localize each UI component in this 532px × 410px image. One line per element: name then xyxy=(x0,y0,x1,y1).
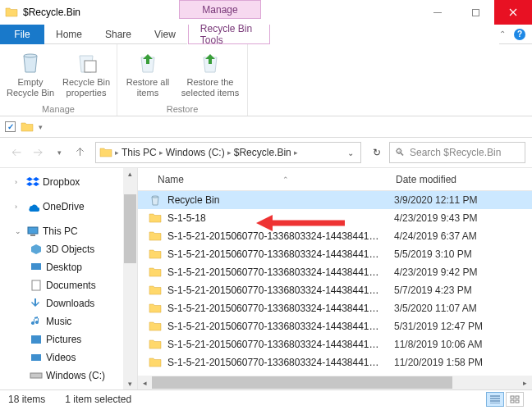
file-date: 4/24/2019 6:37 AM xyxy=(394,230,477,242)
file-row[interactable]: S-1-5-21-2015060770-1336803324-14438441…… xyxy=(138,281,532,299)
file-date: 4/23/2019 9:42 PM xyxy=(394,266,477,278)
recycle-bin-icon xyxy=(148,194,163,207)
search-input[interactable] xyxy=(410,147,520,158)
address-dropdown-icon[interactable]: ⌄ xyxy=(344,148,357,157)
file-row[interactable]: Recycle Bin3/9/2020 12:11 PM xyxy=(138,191,532,209)
scroll-down-icon[interactable]: ▾ xyxy=(128,378,132,390)
navtree-music[interactable]: Music xyxy=(5,312,137,330)
svg-rect-4 xyxy=(31,263,41,270)
scroll-right-icon[interactable]: ▸ xyxy=(518,379,532,387)
view-details-button[interactable] xyxy=(486,392,504,407)
navtree-dropbox[interactable]: ›Dropbox xyxy=(5,173,137,191)
this-pc-icon xyxy=(26,225,39,238)
navtree-3d-objects[interactable]: 3D Objects xyxy=(5,240,137,258)
file-date: 5/31/2019 12:47 PM xyxy=(394,321,483,332)
breadcrumb-this-pc[interactable]: This PC xyxy=(122,147,157,158)
navtree-this-pc[interactable]: ⌄This PC xyxy=(5,222,137,240)
breadcrumb-separator[interactable]: ▸ xyxy=(112,148,122,157)
recycle-bin-properties-button[interactable]: Recycle Bin properties xyxy=(61,48,112,103)
folder-icon xyxy=(5,6,18,19)
file-row[interactable]: S-1-5-21-2015060770-1336803324-14438441…… xyxy=(138,317,532,335)
scrollbar-thumb[interactable] xyxy=(124,194,136,263)
navtree-desktop[interactable]: Desktop xyxy=(5,258,137,276)
history-dropdown[interactable]: ▾ xyxy=(49,143,69,162)
folder-icon xyxy=(148,212,163,225)
quick-access-toolbar: ✓ ▾ xyxy=(0,116,532,138)
horizontal-scrollbar[interactable]: ◂ ▸ xyxy=(138,376,532,390)
svg-rect-2 xyxy=(28,227,38,234)
refresh-button[interactable]: ↻ xyxy=(366,142,388,163)
navigation-bar: 🡠 🡢 ▾ 🡡 ▸ This PC ▸ Windows (C:) ▸ $Recy… xyxy=(0,138,532,167)
folder-icon xyxy=(148,320,163,333)
breadcrumb-separator[interactable]: ▸ xyxy=(225,148,234,157)
svg-point-9 xyxy=(152,196,158,198)
select-toggle-checkbox[interactable]: ✓ xyxy=(5,121,16,132)
tab-share[interactable]: Share xyxy=(94,25,143,44)
navtree-onedrive[interactable]: ›OneDrive xyxy=(5,198,137,216)
downloads-icon xyxy=(30,297,43,310)
tab-view[interactable]: View xyxy=(143,25,187,44)
file-list[interactable]: Recycle Bin3/9/2020 12:11 PMS-1-5-184/23… xyxy=(138,191,532,376)
address-bar[interactable]: ▸ This PC ▸ Windows (C:) ▸ $Recycle.Bin … xyxy=(95,142,361,163)
folder-icon xyxy=(148,248,163,261)
qat-overflow-icon[interactable]: ▾ xyxy=(39,123,43,131)
maximize-button[interactable] xyxy=(456,0,494,25)
help-icon[interactable]: ? xyxy=(514,29,525,40)
breadcrumb-separator[interactable]: ▸ xyxy=(157,148,166,157)
file-row[interactable]: S-1-5-21-2015060770-1336803324-14438441…… xyxy=(138,263,532,281)
folder-icon xyxy=(148,302,163,315)
sort-indicator-icon: ⌃ xyxy=(282,175,289,184)
back-button[interactable]: 🡠 xyxy=(7,143,26,162)
folder-icon xyxy=(148,266,163,279)
navtree-pictures[interactable]: Pictures xyxy=(5,330,137,348)
tab-home[interactable]: Home xyxy=(44,25,94,44)
navtree-downloads[interactable]: Downloads xyxy=(5,294,137,312)
file-date: 5/7/2019 4:23 PM xyxy=(394,285,472,296)
file-row[interactable]: S-1-5-21-2015060770-1336803324-14438441…… xyxy=(138,353,532,371)
contextual-tab-manage[interactable]: Manage xyxy=(179,0,261,19)
window-title: $Recycle.Bin xyxy=(23,7,80,18)
documents-icon xyxy=(30,279,43,292)
navtree-documents[interactable]: Documents xyxy=(5,276,137,294)
navigation-pane: ›Dropbox ›OneDrive ⌄This PC 3D Objects D… xyxy=(0,168,138,390)
file-row[interactable]: S-1-5-21-2015060770-1336803324-14438441…… xyxy=(138,335,532,353)
navtree-windows-c[interactable]: Windows (C:) xyxy=(5,367,137,385)
file-row[interactable]: S-1-5-184/23/2019 9:43 PM xyxy=(138,209,532,227)
search-box[interactable]: 🔍︎ xyxy=(389,142,525,163)
navpane-scrollbar[interactable]: ▴ ▾ xyxy=(123,168,137,390)
file-row[interactable]: S-1-5-21-2015060770-1336803324-14438441…… xyxy=(138,245,532,263)
view-large-icons-button[interactable] xyxy=(506,392,524,407)
close-button[interactable] xyxy=(494,0,532,25)
column-header-name[interactable]: Name⌃ xyxy=(158,174,396,185)
file-list-pane: Name⌃ Date modified Recycle Bin3/9/2020 … xyxy=(138,168,532,390)
svg-rect-6 xyxy=(31,335,41,344)
restore-all-items-button[interactable]: Restore all items xyxy=(122,48,173,103)
tabstrip: File Home Share View Recycle Bin Tools ⌃… xyxy=(0,25,532,44)
file-row[interactable]: S-1-5-21-2015060770-1336803324-14438441…… xyxy=(138,227,532,245)
tab-file[interactable]: File xyxy=(0,25,44,44)
breadcrumb-drive[interactable]: Windows (C:) xyxy=(166,147,225,158)
svg-rect-3 xyxy=(30,235,35,236)
minimize-button[interactable] xyxy=(419,0,456,25)
recycle-bin-properties-icon xyxy=(73,49,99,75)
up-button[interactable]: 🡡 xyxy=(71,143,90,162)
folder-icon xyxy=(21,121,34,134)
svg-rect-8 xyxy=(30,373,42,378)
file-name: S-1-5-21-2015060770-1336803324-14438441… xyxy=(167,230,394,242)
breadcrumb-separator[interactable]: ▸ xyxy=(291,148,300,157)
column-header-date[interactable]: Date modified xyxy=(396,174,532,185)
file-row[interactable]: S-1-5-21-2015060770-1336803324-14438441…… xyxy=(138,299,532,317)
svg-rect-10 xyxy=(511,396,514,399)
collapse-ribbon-icon[interactable]: ⌃ xyxy=(499,30,506,39)
file-name: S-1-5-21-2015060770-1336803324-14438441… xyxy=(167,321,394,332)
forward-button[interactable]: 🡢 xyxy=(28,143,48,162)
tab-recycle-bin-tools[interactable]: Recycle Bin Tools xyxy=(188,25,270,44)
status-item-count: 18 items xyxy=(8,394,45,405)
navtree-videos[interactable]: Videos xyxy=(5,348,137,367)
scrollbar-thumb[interactable] xyxy=(152,376,452,389)
empty-recycle-bin-button[interactable]: Empty Recycle Bin xyxy=(5,48,56,103)
scroll-up-icon[interactable]: ▴ xyxy=(128,168,132,180)
scroll-left-icon[interactable]: ◂ xyxy=(138,379,152,387)
breadcrumb-folder[interactable]: $Recycle.Bin xyxy=(234,147,291,158)
restore-selected-items-button[interactable]: Restore the selected items xyxy=(178,48,242,103)
